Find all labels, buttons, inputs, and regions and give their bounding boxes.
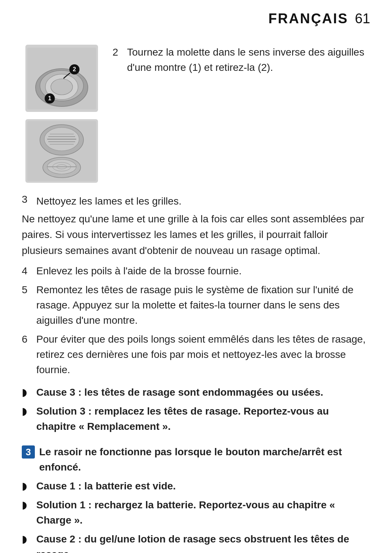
image-column: 2 1 [22,45,102,183]
step-4: 4 Enlevez les poils à l'aide de la bross… [22,263,370,279]
bullet-diamond-2: ◗ [22,404,35,419]
bullet-cause1: ◗ Cause 1 : la batterie est vide. [22,479,370,494]
page-title: FRANÇAIS [268,11,348,27]
bullet-solution1: ◗ Solution 1 : rechargez la batterie. Re… [22,497,370,528]
bullet-solution3: ◗ Solution 3 : remplacez les têtes de ra… [22,404,370,434]
bullet-diamond-1: ◗ [22,385,35,400]
step-3-header: 3 Nettoyez les lames et les grilles. [22,194,370,209]
text-column-step2: 2 Tournez la molette dans le sens invers… [113,45,370,81]
svg-text:1: 1 [48,95,52,101]
step-3-number: 3 [22,194,36,209]
bullet-cause3: ◗ Cause 3 : les têtes de rasage sont end… [22,385,370,400]
page-header: FRANÇAIS 61 [0,0,392,34]
section-top: 2 1 [22,45,370,183]
illustration-top: 2 1 [25,45,98,112]
bullet-diamond-3: ◗ [22,479,35,494]
step-5-text: Remontez les têtes de rasage puis le sys… [36,282,370,328]
page-container: FRANÇAIS 61 [0,0,392,553]
bullet-diamond-5: ◗ [22,532,35,547]
step-2-number: 2 [113,45,127,75]
problem-3-text: Le rasoir ne fonctionne pas lorsque le b… [39,444,370,475]
svg-text:2: 2 [73,66,76,72]
step-4-number: 4 [22,263,36,279]
problem-3-badge: 3 Le rasoir ne fonctionne pas lorsque le… [22,444,370,475]
blade-grille-svg [27,121,96,181]
page-number: 61 [355,11,370,27]
main-content: 2 1 [0,34,392,553]
bullet-cause2-text: Cause 2 : du gel/une lotion de rasage se… [36,532,370,553]
step-6: 6 Pour éviter que des poils longs soient… [22,332,370,378]
bullet-solution1-text: Solution 1 : rechargez la batterie. Repo… [36,497,370,528]
step-2: 2 Tournez la molette dans le sens invers… [113,45,370,75]
step-3-body: Ne nettoyez qu'une lame et une grille à … [22,211,370,258]
step-6-number: 6 [22,332,36,378]
step-2-text: Tournez la molette dans le sens inverse … [127,45,370,75]
step-3-title: Nettoyez les lames et les grilles. [36,194,181,209]
bullet-solution3-text: Solution 3 : remplacez les têtes de rasa… [36,404,370,434]
problem-badge-number: 3 [22,445,35,459]
bullet-cause3-text: Cause 3 : les têtes de rasage sont endom… [36,385,323,400]
bullet-cause2: ◗ Cause 2 : du gel/une lotion de rasage … [22,532,370,553]
illustration-bottom [25,119,98,183]
step-5-number: 5 [22,282,36,328]
bullet-cause1-text: Cause 1 : la batterie est vide. [36,479,176,494]
section-main: 3 Nettoyez les lames et les grilles. Ne … [22,194,370,553]
steps-list: 4 Enlevez les poils à l'aide de la bross… [22,263,370,381]
svg-point-4 [51,79,73,95]
bullet-diamond-4: ◗ [22,497,35,513]
step-4-text: Enlevez les poils à l'aide de la brosse … [36,263,242,279]
razor-removal-svg: 2 1 [27,48,96,109]
step-5: 5 Remontez les têtes de rasage puis le s… [22,282,370,328]
step-6-text: Pour éviter que des poils longs soient e… [36,332,370,378]
